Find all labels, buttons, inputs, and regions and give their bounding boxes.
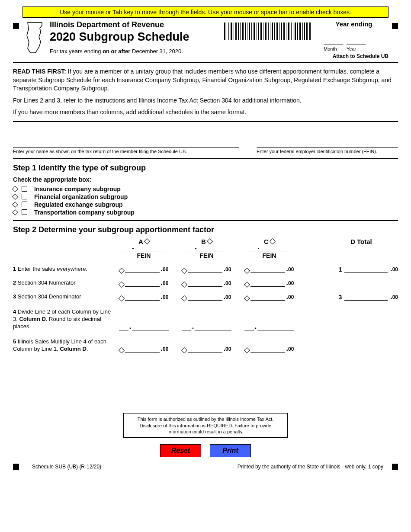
diamond-icon [119,295,125,301]
print-button[interactable]: Print [210,444,251,457]
diamond-icon [12,186,18,192]
diamond-icon [144,238,150,244]
svg-rect-27 [286,22,286,40]
svg-rect-35 [304,22,305,40]
name-input[interactable] [13,139,239,148]
name-label: Enter your name as shown on the tax retu… [13,149,239,154]
svg-rect-14 [257,22,257,40]
svg-rect-23 [276,22,278,40]
fein-header-b: FEIN [175,252,238,259]
fein-b-prefix-input[interactable] [186,245,194,251]
registration-mark-bl [13,464,19,470]
divider [13,220,398,221]
svg-rect-18 [265,22,267,40]
svg-rect-24 [279,22,280,40]
svg-rect-29 [291,22,292,40]
svg-rect-0 [224,22,225,40]
more-members-note: If you have more members than columns, a… [13,108,398,117]
svg-rect-22 [274,22,275,40]
fein-input[interactable] [257,139,398,148]
line1-b-input[interactable] [188,265,222,273]
diamond-icon [244,282,250,288]
reset-button[interactable]: Reset [160,444,201,457]
diamond-icon [12,202,18,208]
step1-title: Step 1 Identify the type of subgroup [13,163,398,173]
svg-rect-19 [268,22,269,40]
diamond-icon [119,282,125,288]
checkbox-input[interactable] [22,186,27,192]
line4-a-dec-input[interactable] [132,324,169,330]
form-id: Schedule SUB (UB) (R-12/20) [32,464,101,470]
checkbox-transportation: Transportation company subgroup [13,209,398,216]
button-row: Reset Print [13,444,398,457]
line4-c-dec-input[interactable] [257,324,294,330]
line2-c-input[interactable] [250,279,285,287]
line2-a-input[interactable] [125,279,160,287]
registration-mark-tr [392,23,398,29]
line1-a-input[interactable] [125,265,160,273]
checkbox-financial: Financial organization subgroup [13,193,398,200]
line-3-row: 3 Section 304 Denominator .00 .00 .00 3.… [13,293,398,301]
divider [13,158,398,159]
instruction-banner: Use your mouse or Tab key to move throug… [22,6,389,18]
line3-c-input[interactable] [250,293,285,301]
fein-label: Enter your federal employer identificati… [257,149,398,154]
form-title: 2020 Subgroup Schedule [50,30,215,44]
line5-a-input[interactable] [125,345,160,353]
diamond-icon [181,347,187,353]
fein-a-suffix-input[interactable] [135,245,165,251]
diamond-icon [119,268,125,274]
year-label: Year [347,46,366,51]
svg-rect-34 [302,22,303,40]
diamond-icon [244,268,250,274]
svg-rect-16 [260,22,262,40]
svg-rect-17 [263,22,263,40]
line3-total-input[interactable] [344,293,388,301]
checkbox-input[interactable] [22,194,27,199]
fein-a-prefix-input[interactable] [123,245,132,251]
fein-b-suffix-input[interactable] [198,245,228,251]
illinois-state-icon [22,20,46,55]
checkbox-label: Regulated exchange subgroup [34,201,123,208]
tax-years-note: For tax years ending on or after Decembe… [50,48,215,54]
line1-c-input[interactable] [250,265,285,273]
line5-c-input[interactable] [250,345,285,353]
disclosure-box: This form is authorized as outlined by t… [123,413,288,438]
svg-rect-4 [234,22,234,40]
svg-rect-25 [281,22,282,40]
registration-mark-br [392,464,398,470]
line4-b-dec-input[interactable] [195,324,231,330]
line2-b-input[interactable] [188,279,222,287]
fein-c-prefix-input[interactable] [248,245,257,251]
year-ending-label: Year ending [319,20,389,28]
column-headers: A - FEIN B - FEIN C - FEIN D Total [13,238,398,259]
department-name: Illinois Department of Revenue [50,20,215,29]
checkbox-input[interactable] [22,202,27,207]
line4-a-int-input[interactable] [119,324,128,330]
month-input[interactable] [324,37,343,45]
svg-rect-37 [309,22,311,40]
svg-rect-21 [272,22,273,40]
fein-header-c: FEIN [238,252,301,259]
line4-c-int-input[interactable] [244,324,254,330]
line5-b-input[interactable] [188,345,222,353]
checkbox-regulated: Regulated exchange subgroup [13,201,398,208]
line-4-row: 4 Divide Line 2 of each Column by Line 3… [13,308,398,330]
identity-row: Enter your name as shown on the tax retu… [13,139,398,154]
attach-note: Attach to Schedule UB [319,53,389,59]
svg-rect-32 [297,22,298,40]
header: Illinois Department of Revenue 2020 Subg… [13,20,398,59]
checkbox-input[interactable] [22,209,27,215]
line4-b-int-input[interactable] [182,324,191,330]
svg-rect-5 [235,22,237,40]
line3-a-input[interactable] [125,293,160,301]
line1-total-input[interactable] [344,265,388,273]
svg-rect-6 [238,22,239,40]
line3-b-input[interactable] [188,293,222,301]
fein-c-suffix-input[interactable] [260,245,291,251]
checkbox-label: Insurance company subgroup [34,186,121,192]
year-input[interactable] [347,37,366,45]
svg-rect-31 [295,22,296,40]
title-block: Illinois Department of Revenue 2020 Subg… [50,20,215,54]
check-appropriate-label: Check the appropriate box: [13,176,398,183]
